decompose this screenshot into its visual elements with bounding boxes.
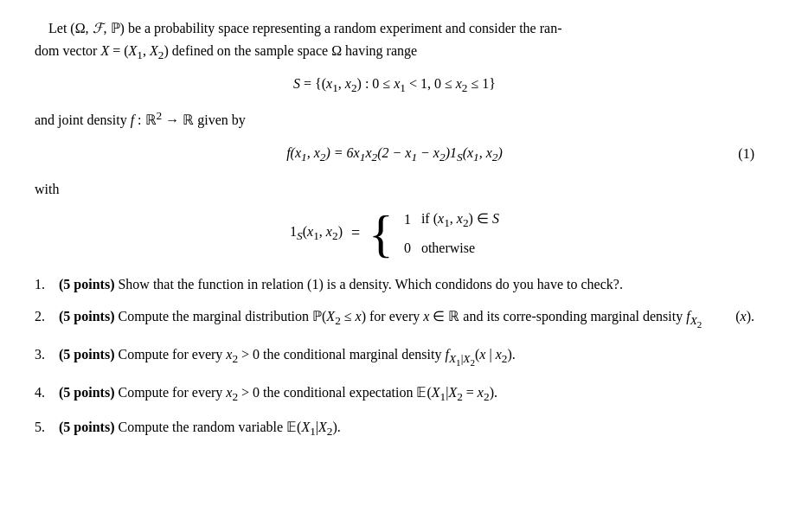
- question-5: 5. (5 points) Compute the random variabl…: [35, 416, 754, 441]
- case-condition-2: otherwise: [421, 237, 475, 260]
- intro-line2: dom vector X = (X1, X2) defined on the s…: [35, 43, 417, 58]
- intro-paragraph: Let (Ω, ℱ, ℙ) be a probability space rep…: [35, 17, 754, 64]
- piecewise-case-1: 1 if (x1, x2) ∈ S: [401, 208, 499, 233]
- q3-number: 3.: [35, 343, 59, 366]
- q3-text: (5 points) Compute for every x2 > 0 the …: [59, 343, 754, 371]
- question-4: 4. (5 points) Compute for every x2 > 0 t…: [35, 381, 754, 407]
- q4-text: (5 points) Compute for every x2 > 0 the …: [59, 381, 754, 407]
- q1-number: 1.: [35, 273, 59, 296]
- main-equation-row: f(x1, x2) = 6x1x2(2 − x1 − x2)1S(x1, x2)…: [35, 142, 754, 167]
- q2-text: (5 points) Compute the marginal distribu…: [59, 305, 735, 333]
- questions-list: 1. (5 points) Show that the function in …: [35, 273, 754, 441]
- q5-text: (5 points) Compute the random variable 𝔼…: [59, 416, 754, 441]
- big-brace-icon: {: [369, 208, 394, 260]
- question-1: 1. (5 points) Show that the function in …: [35, 273, 754, 296]
- piecewise-case-2: 0 otherwise: [401, 237, 499, 260]
- question-3: 3. (5 points) Compute for every x2 > 0 t…: [35, 343, 754, 371]
- q5-number: 5.: [35, 416, 59, 439]
- brace-container: { 1 if (x1, x2) ∈ S 0 otherwise: [369, 208, 499, 260]
- piecewise-lhs: 1S(x1, x2): [290, 221, 343, 246]
- case-condition-1: if (x1, x2) ∈ S: [421, 208, 499, 233]
- set-equation: S = {(x1, x2) : 0 ≤ x1 < 1, 0 ≤ x2 ≤ 1}: [35, 73, 754, 98]
- q2-points: (5 points): [59, 309, 114, 324]
- case-value-2: 0: [401, 237, 411, 260]
- piecewise-eq-sign: =: [351, 221, 360, 246]
- question-2: 2. (5 points) Compute the marginal distr…: [35, 305, 754, 333]
- main-eq-text: f(x1, x2) = 6x1x2(2 − x1 − x2)1S(x1, x2): [286, 142, 503, 167]
- q1-text: (5 points) Show that the function in rel…: [59, 273, 754, 296]
- q2-number: 2.: [35, 305, 59, 328]
- equation-number: (1): [738, 143, 754, 165]
- q4-number: 4.: [35, 381, 59, 404]
- case-value-1: 1: [401, 208, 411, 231]
- q4-points: (5 points): [59, 385, 114, 400]
- q1-points: (5 points): [59, 277, 114, 292]
- q3-points: (5 points): [59, 347, 114, 362]
- q5-points: (5 points): [59, 420, 114, 434]
- with-label: with: [35, 178, 754, 201]
- piecewise-definition: 1S(x1, x2) = { 1 if (x1, x2) ∈ S 0 other…: [35, 208, 754, 260]
- intro-line1: Let (Ω, ℱ, ℙ) be a probability space rep…: [35, 21, 561, 35]
- set-eq-text: S = {(x1, x2) : 0 ≤ x1 < 1, 0 ≤ x2 ≤ 1}: [293, 76, 496, 91]
- and-joint-text: and joint density f : ℝ2 → ℝ given by: [35, 106, 754, 131]
- piecewise-cases: 1 if (x1, x2) ∈ S 0 otherwise: [401, 208, 499, 260]
